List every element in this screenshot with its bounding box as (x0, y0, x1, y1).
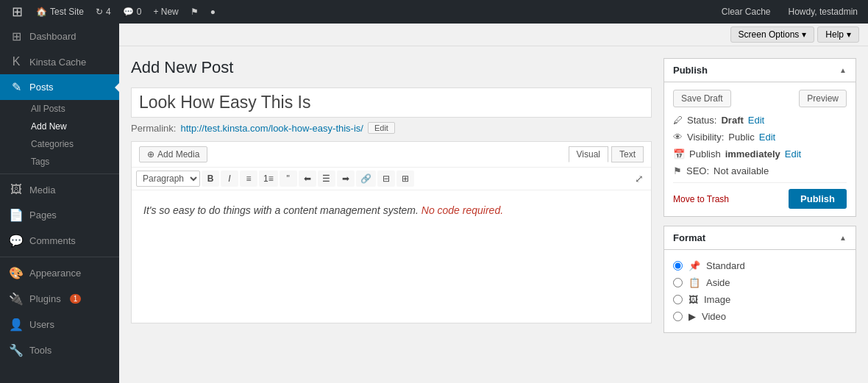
appearance-icon: 🎨 (9, 266, 24, 280)
site-name-link[interactable]: 🏠 Test Site (32, 0, 88, 24)
permalink-link[interactable]: http://test.kinsta.com/look-how-easy-thi… (180, 123, 363, 134)
link-button[interactable]: 🔗 (356, 171, 376, 187)
media-icon: 🖼 (9, 183, 24, 196)
video-format-icon: ▶ (689, 311, 696, 322)
publish-box: Publish ▲ Save Draft Preview 🖊 Status: D… (664, 58, 856, 217)
wp-logo[interactable]: ⊞ (6, 0, 29, 24)
format-radio-image[interactable] (673, 295, 683, 304)
bold-button[interactable]: B (202, 171, 219, 187)
format-toggle-icon: ▲ (839, 234, 847, 242)
format-box: Format ▲ 📌 Standard 📋 Aside (664, 226, 856, 333)
move-to-trash-link[interactable]: Move to Trash (673, 194, 729, 204)
sidebar-item-media[interactable]: 🖼 Media (0, 177, 119, 202)
format-option-video[interactable]: ▶ Video (673, 308, 847, 325)
pages-icon: 📄 (9, 208, 24, 222)
sidebar-item-plugins[interactable]: 🔌 Plugins 1 (0, 286, 119, 312)
sidebar-item-appearance[interactable]: 🎨 Appearance (0, 260, 119, 286)
image-format-icon: 🖼 (689, 294, 698, 305)
permalink-edit-button[interactable]: Edit (368, 122, 395, 134)
format-box-content: 📌 Standard 📋 Aside 🖼 Image (664, 250, 855, 332)
permalink-label: Permalink: (131, 123, 176, 134)
admin-bar: ⊞ 🏠 Test Site ↻ 4 💬 0 + New ⚑ ● Clear Ca… (0, 0, 868, 24)
format-radio-standard[interactable] (673, 261, 683, 271)
sidebar-submenu-all-posts[interactable]: All Posts (0, 100, 119, 118)
publish-timing-row: 📅 Publish immediately Edit (673, 148, 847, 160)
publish-toggle-icon: ▲ (839, 66, 847, 74)
sidebar-item-users[interactable]: 👤 Users (0, 312, 119, 337)
new-content-link[interactable]: + New (149, 0, 182, 24)
comments-icon: 💬 (9, 234, 24, 248)
format-option-image[interactable]: 🖼 Image (673, 291, 847, 308)
clear-cache-button[interactable]: Clear Cache (717, 0, 775, 24)
preview-button[interactable]: Preview (799, 90, 847, 107)
admin-sidebar: ⊞ Dashboard K Kinsta Cache ✎ Posts All P… (0, 24, 119, 383)
fullscreen-button[interactable]: ⤢ (632, 171, 647, 186)
editor-content[interactable]: It's so easy to do things with a content… (132, 190, 651, 323)
publish-box-header[interactable]: Publish ▲ (664, 59, 855, 82)
align-left-button[interactable]: ⬅ (299, 171, 316, 187)
user-info[interactable]: Howdy, testadmin (784, 0, 862, 24)
format-select[interactable]: Paragraph (136, 171, 200, 187)
format-box-header[interactable]: Format ▲ (664, 226, 855, 250)
publish-button[interactable]: Publish (789, 189, 847, 209)
italic-button[interactable]: I (221, 171, 238, 187)
text-tab[interactable]: Text (611, 146, 644, 162)
help-button[interactable]: Help ▾ (817, 26, 859, 43)
posts-icon: ✎ (9, 80, 24, 94)
format-radio-video[interactable] (673, 312, 683, 321)
sidebar-item-kinsta-cache[interactable]: K Kinsta Cache (0, 49, 119, 74)
format-radio-aside[interactable] (673, 278, 683, 287)
page-title: Add New Post (131, 58, 652, 77)
unordered-list-button[interactable]: ≡ (240, 171, 257, 187)
publish-footer: Move to Trash Publish (673, 182, 847, 209)
menu-divider-2 (0, 257, 119, 257)
sidebar-item-comments[interactable]: 💬 Comments (0, 228, 119, 254)
kinsta-icon: K (9, 55, 24, 68)
visual-tab[interactable]: Visual (569, 146, 608, 162)
tools-icon: 🔧 (9, 343, 24, 357)
revision-icon: ↻ (96, 7, 103, 17)
wpadminbar-circle[interactable]: ● (206, 0, 220, 24)
ordered-list-button[interactable]: 1≡ (259, 171, 278, 187)
content-area: Screen Options ▾ Help ▾ Add New Post Per… (119, 24, 868, 383)
sidebar-submenu-add-new[interactable]: Add New (0, 118, 119, 135)
yoast-icon[interactable]: ⚑ (186, 0, 203, 24)
comments-link[interactable]: 💬 0 (118, 0, 146, 24)
save-draft-button[interactable]: Save Draft (673, 90, 731, 107)
table-button[interactable]: ⊞ (396, 171, 414, 187)
visibility-edit-link[interactable]: Edit (759, 132, 775, 143)
format-option-standard[interactable]: 📌 Standard (673, 257, 847, 274)
screen-options-bar: Screen Options ▾ Help ▾ (119, 24, 868, 46)
calendar-icon: 📅 (673, 148, 685, 160)
post-title-input[interactable] (139, 93, 644, 112)
sidebar-item-pages[interactable]: 📄 Pages (0, 202, 119, 228)
align-center-button[interactable]: ☰ (318, 171, 335, 187)
add-media-button[interactable]: ⊕ Add Media (139, 146, 207, 162)
permalink-row: Permalink: http://test.kinsta.com/look-h… (131, 122, 652, 134)
revisions-link[interactable]: ↻ 4 (91, 0, 115, 24)
blockquote-button[interactable]: " (280, 171, 297, 187)
sidebar-item-posts[interactable]: ✎ Posts (0, 74, 119, 100)
visibility-row: 👁 Visibility: Public Edit (673, 132, 847, 143)
post-editor: Add New Post Permalink: http://test.kins… (119, 46, 868, 383)
seo-row: ⚑ SEO: Not available (673, 165, 847, 176)
publish-timing-edit-link[interactable]: Edit (785, 148, 801, 160)
publish-box-content: Save Draft Preview 🖊 Status: Draft Edit … (664, 82, 855, 216)
more-button[interactable]: ⊟ (377, 171, 395, 187)
status-edit-link[interactable]: Edit (748, 115, 764, 126)
editor-wrapper: ⊕ Add Media Visual Text Paragraph B (131, 141, 652, 323)
editor-top-bar: ⊕ Add Media Visual Text (132, 142, 651, 168)
publish-actions: Save Draft Preview (673, 90, 847, 107)
aside-format-icon: 📋 (689, 277, 700, 288)
format-option-aside[interactable]: 📋 Aside (673, 274, 847, 291)
screen-options-chevron-icon: ▾ (802, 29, 806, 40)
screen-options-button[interactable]: Screen Options ▾ (730, 26, 815, 43)
align-right-button[interactable]: ➡ (337, 171, 355, 187)
sidebar-item-dashboard[interactable]: ⊞ Dashboard (0, 24, 119, 49)
menu-divider-1 (0, 173, 119, 174)
sidebar-submenu-categories[interactable]: Categories (0, 135, 119, 153)
sidebar-item-tools[interactable]: 🔧 Tools (0, 337, 119, 363)
sidebar-submenu-tags[interactable]: Tags (0, 153, 119, 171)
editor-toolbar: Paragraph B I ≡ 1≡ " ⬅ ☰ ➡ 🔗 ⊟ ⊞ (132, 168, 651, 190)
add-media-icon: ⊕ (147, 149, 154, 160)
